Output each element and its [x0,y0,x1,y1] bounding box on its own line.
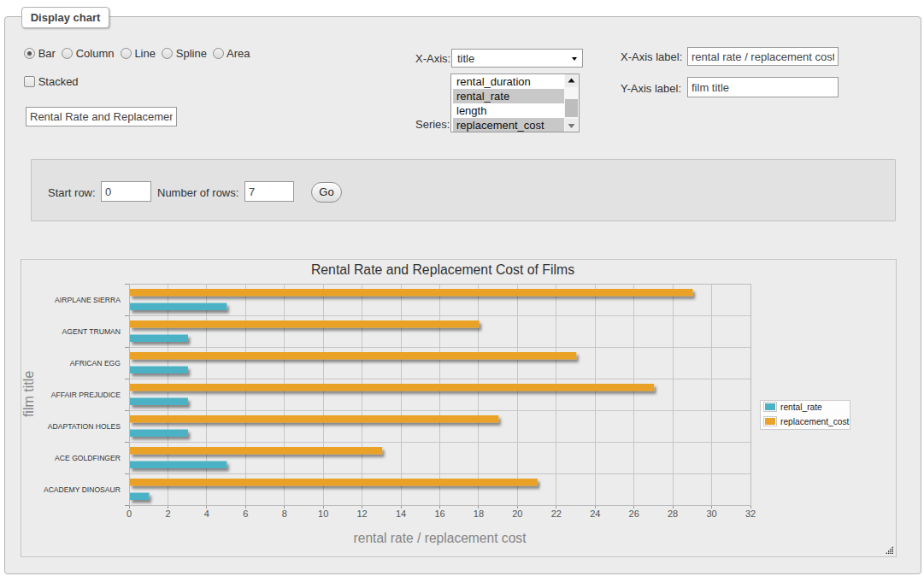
svg-text:Rental Rate and Replacement Co: Rental Rate and Replacement Cost of Film… [311,262,574,277]
svg-text:ACE GOLDFINGER: ACE GOLDFINGER [55,454,121,462]
svg-text:20: 20 [512,509,522,519]
svg-text:AIRPLANE SIERRA: AIRPLANE SIERRA [55,296,121,304]
svg-text:28: 28 [668,509,678,519]
svg-text:AFRICAN EGG: AFRICAN EGG [70,359,121,367]
svg-text:AFFAIR PREJUDICE: AFFAIR PREJUDICE [51,391,121,399]
svg-text:film title: film title [21,371,36,417]
svg-text:2: 2 [165,509,170,519]
svg-text:rental_rate: rental_rate [780,403,822,412]
svg-text:ADAPTATION HOLES: ADAPTATION HOLES [48,422,121,431]
svg-text:AGENT TRUMAN: AGENT TRUMAN [62,327,121,336]
svg-text:4: 4 [204,509,209,519]
svg-text:24: 24 [590,509,600,519]
svg-text:6: 6 [243,509,248,519]
svg-text:16: 16 [434,509,444,519]
svg-text:10: 10 [318,509,328,519]
svg-text:ACADEMY DINOSAUR: ACADEMY DINOSAUR [44,485,121,494]
svg-text:rental rate / replacement cost: rental rate / replacement cost [354,531,527,545]
svg-text:26: 26 [629,509,639,519]
svg-text:30: 30 [706,509,716,519]
svg-text:14: 14 [396,509,406,519]
svg-text:0: 0 [127,509,132,519]
svg-text:32: 32 [745,509,756,519]
svg-text:replacement_cost: replacement_cost [780,417,850,426]
svg-text:22: 22 [551,509,562,519]
svg-text:12: 12 [357,509,368,519]
svg-text:18: 18 [474,509,484,519]
svg-text:8: 8 [282,509,287,519]
